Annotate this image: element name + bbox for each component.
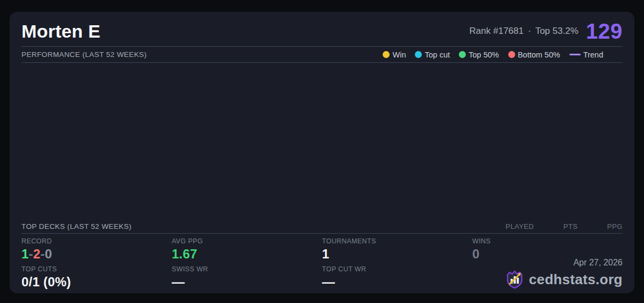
rank-text: Rank #17681 · Top 53.2% [470,26,579,37]
stats-area: RECORD 1-2-0 AVG PPG 1.67 TOURNAMENTS 1 … [21,234,623,293]
record-wins: 1 [21,247,29,261]
performance-heading: PERFORMANCE (LAST 52 WEEKS) [21,50,147,59]
legend-label: Top cut [425,50,450,59]
swiss-wr-value: — [172,275,322,290]
player-score: 129 [586,19,623,44]
rank-separator: · [528,26,531,37]
legend-item-win: Win [383,50,406,59]
record-separator: - [40,247,45,261]
legend-label: Top 50% [469,50,499,59]
top-decks-heading: TOP DECKS (LAST 52 WEEKS) [21,222,131,230]
column-header-pts: PTS [564,222,577,230]
stat-top-cuts: TOP CUTS 0/1 (0%) [21,265,172,293]
legend-item-trend: Trend [569,50,603,59]
rank-number: Rank #17681 [470,26,524,37]
avg-ppg-value: 1.67 [172,247,322,262]
tournaments-value: 1 [322,247,472,262]
brand-row[interactable]: cedhstats.org [504,269,623,290]
win-dot-icon [383,51,390,58]
record-separator: - [29,247,33,261]
stat-label: AVG PPG [172,237,322,245]
stat-label: TOP CUT WR [322,265,472,273]
legend-item-top-50: Top 50% [459,50,499,59]
top-50-dot-icon [459,51,466,58]
stat-avg-ppg: AVG PPG 1.67 [172,237,322,265]
card-header: Morten E Rank #17681 · Top 53.2% 129 [21,12,623,47]
legend-label: Trend [583,50,603,59]
stat-tournaments: TOURNAMENTS 1 [322,237,472,265]
performance-chart-area [21,63,623,219]
stat-label: TOP CUTS [21,265,172,273]
stat-label: RECORD [21,237,172,245]
top-cuts-value: 0/1 (0%) [21,275,172,290]
stat-label: SWISS WR [172,265,322,273]
cedhstats-logo-icon [504,269,525,290]
top-percent: Top 53.2% [535,26,578,37]
stat-label: TOURNAMENTS [322,237,472,245]
bottom-50-dot-icon [508,51,515,58]
legend-item-bottom-50: Bottom 50% [508,50,560,59]
legend-item-top-cut: Top cut [415,50,450,59]
trend-line-icon [569,54,581,55]
header-right: Rank #17681 · Top 53.2% 129 [470,19,623,44]
record-value: 1-2-0 [21,247,172,262]
column-header-played: PLAYED [506,222,534,230]
performance-header-row: PERFORMANCE (LAST 52 WEEKS) Win Top cut … [21,47,623,63]
legend-label: Bottom 50% [518,50,560,59]
stat-top-cut-wr: TOP CUT WR — [322,265,472,293]
stat-record: RECORD 1-2-0 [21,237,172,265]
player-name: Morten E [21,21,100,42]
deck-column-headers: PLAYED PTS PPG [506,222,623,230]
chart-legend: Win Top cut Top 50% Bottom 50% Trend [383,50,603,59]
card-footer: Apr 27, 2026 cedhstats.org [504,258,623,290]
top-cut-wr-value: — [322,275,472,290]
record-draws: 0 [45,247,53,261]
stat-label: WINS [472,237,623,245]
record-losses: 2 [33,247,41,261]
player-stats-card: Morten E Rank #17681 · Top 53.2% 129 PER… [10,12,634,293]
top-cut-dot-icon [415,51,422,58]
stat-swiss-wr: SWISS WR — [172,265,322,293]
column-header-ppg: PPG [607,222,623,230]
report-date: Apr 27, 2026 [504,258,623,268]
brand-name[interactable]: cedhstats.org [529,271,623,288]
legend-label: Win [392,50,406,59]
top-decks-header-row: TOP DECKS (LAST 52 WEEKS) PLAYED PTS PPG [21,219,623,234]
